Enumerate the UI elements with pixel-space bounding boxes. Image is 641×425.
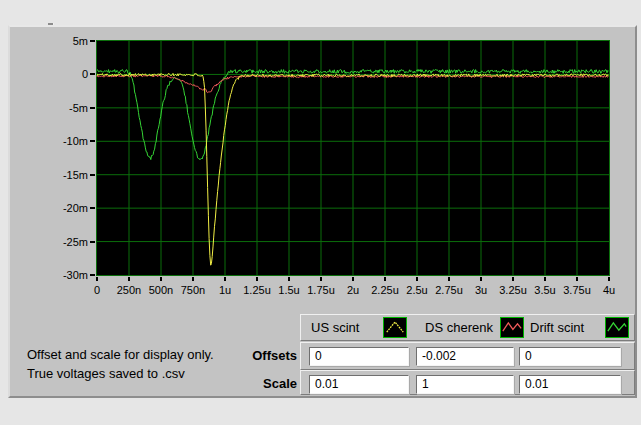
yellow-waveform-icon[interactable] xyxy=(383,317,407,338)
x-axis-tick xyxy=(480,277,482,281)
x-axis-tick xyxy=(352,277,354,281)
x-axis-tick xyxy=(128,277,130,281)
graph-legend: US scint DS cherenk Drift scint xyxy=(300,314,635,341)
y-axis-label: -25m xyxy=(42,235,88,249)
x-axis-tick xyxy=(448,277,450,281)
y-axis-tick xyxy=(90,241,95,243)
y-axis-label: 5m xyxy=(42,34,88,48)
offset-input-us-scint[interactable]: 0 xyxy=(309,347,409,366)
legend-label-us-scint: US scint xyxy=(311,320,359,335)
x-axis-tick xyxy=(576,277,578,281)
x-axis-tick xyxy=(384,277,386,281)
x-axis-tick xyxy=(192,277,194,281)
y-axis-tick xyxy=(90,274,95,276)
x-axis-label: 4u xyxy=(587,283,631,297)
waveform-traces xyxy=(96,40,610,276)
legend-label-drift-scint: Drift scint xyxy=(530,320,584,335)
x-axis-tick xyxy=(288,277,290,281)
y-axis-tick xyxy=(90,140,95,142)
x-axis-tick xyxy=(544,277,546,281)
y-axis-label: -30m xyxy=(42,268,88,282)
scale-input-us-scint[interactable]: 0.01 xyxy=(309,375,409,394)
x-axis-tick xyxy=(512,277,514,281)
x-axis-tick xyxy=(608,277,610,281)
y-axis-tick xyxy=(90,174,95,176)
x-axis-tick xyxy=(224,277,226,281)
offset-input-ds-cherenk[interactable]: -0.002 xyxy=(416,347,514,366)
y-axis-label: -10m xyxy=(42,134,88,148)
note-line-1: Offset and scale for display only. xyxy=(27,345,214,364)
y-axis-tick xyxy=(90,73,95,75)
offsets-label: Offsets xyxy=(200,348,297,363)
offsets-row: 0 -0.002 0 xyxy=(300,342,635,370)
y-axis-tick xyxy=(90,40,95,42)
scale-row: 0.01 1 0.01 xyxy=(300,370,635,395)
scale-input-ds-cherenk[interactable]: 1 xyxy=(416,375,514,394)
x-axis-tick xyxy=(160,277,162,281)
display-note: Offset and scale for display only. True … xyxy=(27,345,214,383)
y-axis-label: 0 xyxy=(42,67,88,81)
green-waveform-icon[interactable] xyxy=(605,317,629,338)
scale-label: Scale xyxy=(200,376,297,391)
y-axis-tick xyxy=(90,207,95,209)
y-axis-label: -20m xyxy=(42,201,88,215)
scale-input-drift-scint[interactable]: 0.01 xyxy=(519,375,621,394)
y-axis-label: -15m xyxy=(42,168,88,182)
legend-label-ds-cherenk: DS cherenk xyxy=(425,320,493,335)
note-line-2: True voltages saved to .csv xyxy=(27,364,214,383)
x-axis-tick xyxy=(256,277,258,281)
x-axis-tick xyxy=(320,277,322,281)
waveform-graph-plot-area xyxy=(96,40,610,276)
offset-input-drift-scint[interactable]: 0 xyxy=(519,347,621,366)
y-axis-tick xyxy=(90,107,95,109)
labview-front-panel: 5m0-5m-10m-15m-20m-25m-30m0250n500n750n1… xyxy=(0,0,641,425)
x-axis-tick xyxy=(96,277,98,281)
red-waveform-icon[interactable] xyxy=(500,317,524,338)
y-axis-label: -5m xyxy=(42,101,88,115)
x-axis-tick xyxy=(416,277,418,281)
